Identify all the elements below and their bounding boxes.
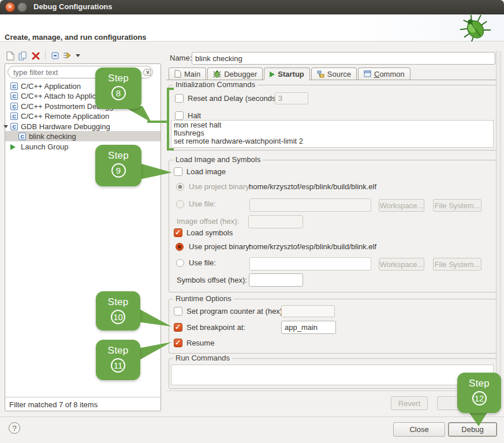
page-icon — [174, 70, 181, 78]
image-use-project-binary-label: Use project binary: — [189, 182, 251, 192]
toolbar-separator — [45, 51, 46, 60]
tab-main[interactable]: Main — [169, 67, 206, 80]
duplicate-configuration-icon[interactable] — [18, 51, 28, 61]
filter-menu-chevron-icon[interactable] — [75, 51, 81, 61]
titlebar: Debug Configurations — [0, 0, 504, 14]
tab-bar: Main Debugger Startup Source — [169, 67, 410, 80]
close-button[interactable]: Close — [393, 422, 445, 437]
c-config-icon — [10, 123, 18, 130]
status-separator — [5, 397, 160, 397]
step-9-callout: Step 9 — [95, 145, 141, 186]
image-use-project-binary-radio[interactable] — [176, 183, 184, 191]
filter-status-text: Filter matched 7 of 8 items — [9, 400, 98, 409]
image-use-file-radio[interactable] — [176, 200, 184, 208]
set-breakpoint-checkbox[interactable] — [174, 323, 182, 332]
set-program-counter-checkbox[interactable] — [174, 307, 182, 316]
resume-checkbox[interactable] — [174, 339, 182, 347]
footer-separator — [0, 416, 504, 417]
load-image-checkbox[interactable] — [174, 167, 182, 176]
breakpoint-input[interactable] — [281, 321, 336, 334]
image-offset-input[interactable] — [248, 215, 303, 228]
step-8-number: 8 — [111, 86, 126, 100]
step-11-callout: Step 11 — [96, 340, 140, 380]
dialog-header: Create, manage, and run configurations — [0, 14, 504, 42]
config-toolbar — [5, 51, 121, 61]
load-symbols-checkbox[interactable] — [174, 228, 182, 237]
tab-debugger[interactable]: Debugger — [207, 67, 263, 80]
initialization-commands-legend: Initialization Commands — [173, 81, 257, 89]
step-12-number: 12 — [472, 391, 487, 406]
run-commands-textarea[interactable] — [171, 365, 494, 385]
c-config-icon — [18, 133, 26, 140]
window-title: Debug Configurations — [33, 2, 113, 11]
source-tree-icon — [317, 70, 324, 78]
symbols-offset-label: Symbols offset (hex): — [177, 276, 247, 285]
reset-delay-input[interactable] — [275, 92, 308, 104]
symbols-use-project-binary-label: Use project binary: — [189, 242, 251, 251]
c-config-icon — [10, 92, 18, 100]
set-breakpoint-label: Set breakpoint at: — [186, 323, 245, 332]
step-10-number: 10 — [111, 310, 125, 324]
resume-label: Resume — [186, 339, 214, 348]
tab-common[interactable]: Common — [358, 67, 410, 80]
image-workspace-button[interactable]: Workspace... — [379, 199, 424, 212]
symbols-offset-input[interactable] — [249, 273, 303, 287]
tab-startup[interactable]: Startup — [264, 67, 310, 80]
reset-and-delay-checkbox[interactable] — [175, 94, 184, 103]
halt-label: Halt — [188, 111, 201, 121]
symbols-project-binary-path: home/krzysztof/esp/blink/build/blink.elf — [249, 242, 376, 251]
startup-play-icon — [270, 72, 275, 77]
debug-configurations-dialog: Debug Configurations Create, manage, and… — [0, 0, 504, 443]
symbols-use-file-radio[interactable] — [176, 259, 184, 267]
runtime-options-legend: Runtime Options — [173, 295, 234, 303]
symbols-use-file-label: Use file: — [189, 258, 216, 268]
symbols-use-project-binary-radio[interactable] — [176, 243, 184, 251]
load-image-symbols-group — [169, 160, 496, 292]
step-8-callout: Step 8 — [95, 67, 141, 109]
help-button[interactable]: ? — [9, 422, 20, 434]
symbols-file-system-button[interactable]: File System... — [433, 258, 481, 271]
debugger-bug-icon — [213, 70, 221, 78]
image-file-input[interactable] — [249, 198, 371, 212]
load-image-symbols-legend: Load Image and Symbols — [173, 156, 263, 164]
name-input[interactable] — [192, 52, 495, 65]
tab-source[interactable]: Source — [311, 67, 357, 80]
image-file-system-button[interactable]: File System... — [433, 199, 481, 212]
revert-button[interactable]: Revert — [391, 396, 428, 410]
window-close-icon[interactable] — [5, 2, 15, 12]
step-10-callout: Step 10 — [96, 291, 140, 331]
clear-filter-icon[interactable] — [143, 69, 152, 78]
symbols-workspace-button[interactable]: Workspace... — [379, 258, 424, 271]
vertical-scrollbar[interactable] — [496, 51, 501, 390]
filter-configurations-icon[interactable] — [62, 51, 73, 61]
dialog-subtitle: Create, manage, and run configurations — [5, 33, 147, 42]
symbols-file-input[interactable] — [249, 257, 371, 271]
image-offset-label: Image offset (hex): — [177, 217, 239, 226]
program-counter-input[interactable] — [281, 305, 335, 317]
expander-icon[interactable] — [3, 125, 8, 128]
c-config-icon — [10, 82, 18, 90]
halt-checkbox[interactable] — [175, 111, 184, 120]
init-commands-textarea[interactable]: mon reset halt flushregs set remote hard… — [171, 120, 494, 148]
load-image-label: Load image — [186, 167, 226, 177]
set-program-counter-label: Set program counter at (hex): — [186, 307, 285, 316]
image-use-file-label: Use file: — [189, 200, 216, 209]
step-12-callout: Step 12 — [457, 373, 501, 413]
window-minimize-icon[interactable] — [17, 2, 27, 12]
debug-button[interactable]: Debug — [448, 422, 497, 437]
step-11-number: 11 — [111, 358, 125, 373]
collapse-all-icon[interactable] — [50, 51, 60, 61]
image-project-binary-path: home/krzysztof/esp/blink/build/blink.elf — [249, 182, 376, 192]
launch-group-icon — [10, 144, 16, 150]
run-commands-legend: Run Commands — [173, 354, 232, 362]
load-symbols-label: Load symbols — [186, 228, 233, 238]
delete-configuration-icon[interactable] — [31, 51, 41, 61]
reset-and-delay-label: Reset and Delay (seconds): — [188, 94, 280, 103]
common-window-icon — [364, 70, 371, 77]
bug-banner-icon — [455, 14, 495, 42]
step-9-number: 9 — [111, 163, 126, 178]
content-separator — [166, 391, 500, 391]
c-config-icon — [10, 103, 18, 110]
new-configuration-icon[interactable] — [5, 51, 16, 61]
name-label: Name: — [170, 54, 192, 63]
